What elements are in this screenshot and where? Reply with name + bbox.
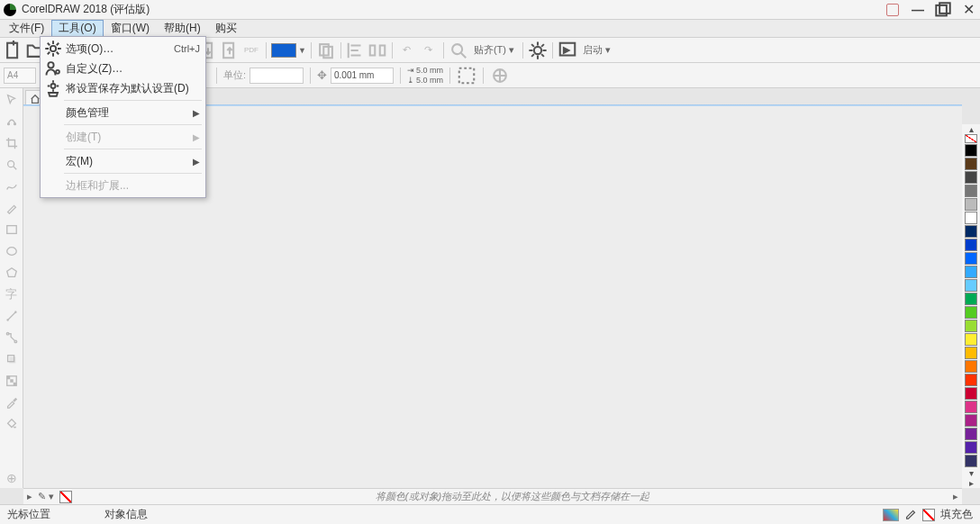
color-proof-icon[interactable] <box>883 509 899 521</box>
redo-button[interactable]: ↷ <box>419 41 439 60</box>
launch-icon[interactable] <box>558 41 577 60</box>
menu-border-grommet: 边框和扩展... <box>41 176 205 195</box>
svg-rect-33 <box>9 357 15 363</box>
undo-button[interactable]: ↶ <box>397 41 417 60</box>
palette-swatch[interactable] <box>965 306 977 319</box>
object-info-label: 对象信息 <box>104 507 148 522</box>
freehand-tool[interactable] <box>2 176 22 196</box>
treat-as-filled-button[interactable] <box>457 66 476 86</box>
menu-macros[interactable]: 宏(M) ▶ <box>41 151 205 171</box>
zoom-tool[interactable] <box>2 155 22 175</box>
menu-file[interactable]: 文件(F) <box>2 20 51 37</box>
document-palette-hint: 将颜色(或对象)拖动至此处，以便将这些颜色与文档存储在一起 <box>77 490 948 503</box>
svg-rect-14 <box>380 45 386 55</box>
align-distribute-button[interactable] <box>368 41 387 60</box>
palette-swatch[interactable] <box>965 225 977 238</box>
rectangle-tool[interactable] <box>2 220 22 239</box>
palette-swatch[interactable] <box>965 441 977 454</box>
options-button[interactable] <box>528 41 548 60</box>
pick-tool[interactable] <box>2 90 22 110</box>
user-indicator-icon[interactable] <box>885 2 901 18</box>
search-button[interactable] <box>449 41 468 60</box>
palette-swatch[interactable] <box>965 252 977 265</box>
palette-swatch[interactable] <box>965 266 977 278</box>
snap-to-dropdown[interactable]: 贴齐(T) ▾ <box>470 43 518 57</box>
new-doc-button[interactable] <box>4 41 23 60</box>
transparency-tool[interactable] <box>2 371 22 391</box>
palette-swatch[interactable] <box>965 360 977 373</box>
palette-flyout-expand[interactable]: ▸ <box>964 478 978 488</box>
menu-customize[interactable]: 自定义(Z)… <box>41 59 205 78</box>
menu-save-settings-as-default[interactable]: 将设置保存为默认设置(D) <box>41 78 205 98</box>
gear-icon <box>44 41 62 57</box>
menu-bar: 文件(F) 工具(O) 窗口(W) 帮助(H) 购买 <box>0 20 980 38</box>
crop-tool[interactable] <box>2 133 22 153</box>
outline-pen-icon[interactable] <box>904 507 917 522</box>
palette-swatch[interactable] <box>965 414 977 427</box>
nudge-distance-input[interactable]: 0.001 mm <box>331 68 394 84</box>
doc-palette-none-swatch[interactable] <box>59 491 72 503</box>
palette-flyout-up[interactable]: ▴ <box>964 124 978 134</box>
connector-tool[interactable] <box>2 328 22 348</box>
palette-swatch[interactable] <box>965 387 977 400</box>
units-dropdown[interactable] <box>250 68 304 84</box>
interactive-fill-tool[interactable] <box>2 414 22 434</box>
palette-flyout-down[interactable]: ▾ <box>964 468 978 478</box>
menu-tools[interactable]: 工具(O) <box>51 20 103 37</box>
drop-shadow-tool[interactable] <box>2 349 22 369</box>
menu-options[interactable]: 选项(O)… Ctrl+J <box>41 39 205 59</box>
cursor-position-label: 光标位置 <box>7 507 50 522</box>
parallel-dimension-tool[interactable] <box>2 306 22 326</box>
uniform-fill-swatch[interactable] <box>271 43 296 58</box>
palette-swatch[interactable] <box>965 293 977 305</box>
maximize-button[interactable] <box>935 2 951 18</box>
artistic-media-tool[interactable] <box>2 198 22 218</box>
copy-button[interactable] <box>316 41 336 60</box>
page-navigator: ▸ ✎ ▾ 将颜色(或对象)拖动至此处，以便将这些颜色与文档存储在一起 ▸ <box>23 488 962 504</box>
menu-color-management[interactable]: 颜色管理 ▶ <box>41 103 205 122</box>
page-size-preset[interactable]: A4 <box>4 68 36 84</box>
palette-swatch[interactable] <box>965 428 977 440</box>
eyedropper-tool[interactable] <box>2 393 22 412</box>
no-color-swatch[interactable] <box>965 134 977 143</box>
ellipse-tool[interactable] <box>2 241 22 261</box>
palette-swatch[interactable] <box>965 333 977 346</box>
align-left-button[interactable] <box>346 41 366 60</box>
quick-customize-button[interactable]: ⊕ <box>2 468 22 488</box>
palette-swatch[interactable] <box>965 171 977 184</box>
menu-buy[interactable]: 购买 <box>208 20 244 37</box>
export-button[interactable] <box>220 41 240 60</box>
fill-none-swatch[interactable] <box>922 509 935 521</box>
menu-help[interactable]: 帮助(H) <box>157 20 208 37</box>
publish-pdf-button[interactable]: PDF <box>241 41 261 60</box>
launch-dropdown[interactable]: 启动 ▾ <box>579 43 614 57</box>
edit-pencil-icon[interactable]: ✎ ▾ <box>38 491 54 502</box>
doc-palette-scroll-right[interactable]: ▸ <box>953 491 958 502</box>
color-palette: ▴ ▾ ▸ <box>962 124 980 488</box>
minimize-button[interactable]: — <box>910 2 926 18</box>
palette-swatch[interactable] <box>965 158 977 170</box>
svg-point-26 <box>14 123 15 125</box>
close-button[interactable]: ✕ <box>960 2 976 18</box>
menu-window[interactable]: 窗口(W) <box>104 20 157 37</box>
palette-swatch[interactable] <box>965 374 977 386</box>
edit-fill-button[interactable] <box>490 66 510 86</box>
shape-tool[interactable] <box>2 112 22 131</box>
text-tool[interactable]: 字 <box>2 285 22 304</box>
palette-swatch[interactable] <box>965 455 977 467</box>
palette-swatch[interactable] <box>965 347 977 359</box>
palette-swatch[interactable] <box>965 185 977 197</box>
svg-point-40 <box>56 70 59 74</box>
svg-point-27 <box>7 161 14 167</box>
palette-swatch[interactable] <box>965 198 977 211</box>
palette-swatch[interactable] <box>965 401 977 413</box>
palette-swatch[interactable] <box>965 279 977 292</box>
nudge-icon: ✥ <box>317 68 327 82</box>
palette-swatch[interactable] <box>965 320 977 332</box>
palette-swatch[interactable] <box>965 144 977 157</box>
duplicate-distance[interactable]: ⇥5.0 mm ⤓5.0 mm <box>407 66 443 85</box>
palette-swatch[interactable] <box>965 239 977 251</box>
palette-swatch[interactable] <box>965 212 977 224</box>
polygon-tool[interactable] <box>2 263 22 283</box>
nav-arrow-right-icon[interactable]: ▸ <box>27 491 32 502</box>
